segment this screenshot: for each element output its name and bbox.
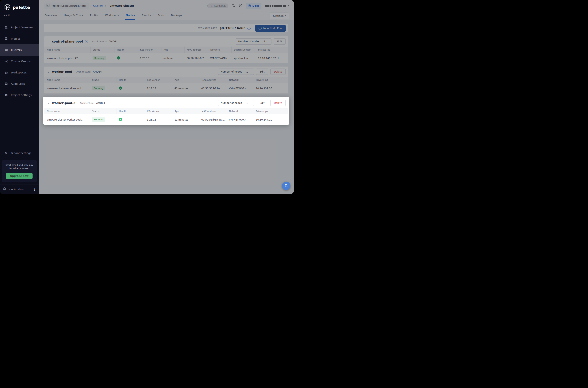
architecture-label: Architecture: xyxy=(80,102,94,104)
project-selector[interactable]: Project-ScaleSecureTutoria xyxy=(44,2,89,9)
table-header-row: Node Name Status Health K8s Version Age … xyxy=(44,108,288,114)
collapse-sidebar-icon[interactable]: ❮ xyxy=(33,188,36,191)
number-of-nodes-group: Number of nodes 1 xyxy=(218,69,254,75)
pool-name: worker-pool-2 xyxy=(52,101,75,105)
number-of-nodes-label: Number of nodes xyxy=(236,39,262,44)
breadcrumb-separator: / xyxy=(91,4,92,7)
status-cell: Running xyxy=(90,83,117,94)
column-header: Age xyxy=(172,108,199,114)
number-of-nodes-value[interactable]: 1 xyxy=(262,39,271,44)
sidebar-item-label: Cluster Groups xyxy=(11,60,30,63)
number-of-nodes-value[interactable]: 1 xyxy=(244,100,254,106)
estimated-rate-value: $0.3369 / hour xyxy=(219,26,245,30)
private-ips-cell: 10.10.147.10 xyxy=(254,115,282,124)
column-header: Health xyxy=(117,108,144,114)
column-header: Health xyxy=(115,47,138,53)
sidebar-item-label: Tenant Settings xyxy=(11,152,31,155)
tab-overview[interactable]: Overview xyxy=(44,12,57,20)
row-actions-kebab-icon[interactable]: ⋮ xyxy=(282,118,288,121)
compass-icon xyxy=(239,4,243,8)
pool-header: ⌄ worker-pool-2 Architecture: AMD64 Numb… xyxy=(44,98,288,108)
tab-usage-costs[interactable]: Usage & Costs xyxy=(64,12,83,20)
tab-workloads[interactable]: Workloads xyxy=(105,12,119,20)
sidebar: palette 4.4.20 Project Overview Profiles xyxy=(0,0,39,194)
private-ips-cell: 10.10.137.35 xyxy=(254,84,282,93)
health-check-icon xyxy=(119,87,122,90)
health-cell xyxy=(117,115,144,125)
column-header: Search Domain xyxy=(232,47,256,53)
upgrade-now-button[interactable]: Upgrade now xyxy=(6,173,33,179)
sidebar-item-audit-logs[interactable]: Audit Logs xyxy=(0,78,39,90)
usage-quota-badge[interactable]: 1.49/100kCh xyxy=(208,3,228,8)
sidebar-item-project-overview[interactable]: Project Overview xyxy=(0,22,39,33)
tab-backups[interactable]: Backups xyxy=(170,12,182,20)
architecture-value: AMD64 xyxy=(93,70,102,73)
sidebar-item-cluster-groups[interactable]: Cluster Groups xyxy=(0,56,39,67)
search-fab-button[interactable] xyxy=(282,182,290,190)
number-of-nodes-label: Number of nodes xyxy=(218,69,244,74)
health-cell xyxy=(117,83,144,94)
delete-pool-button[interactable]: Delete xyxy=(270,69,286,75)
row-actions-kebab-icon[interactable]: ⋮ xyxy=(282,56,288,60)
top-bar: Project-ScaleSecureTutoria / Clusters / … xyxy=(44,2,289,10)
status-badge: Running xyxy=(93,56,106,60)
network-cell: VM-NETWORK xyxy=(227,115,254,124)
column-header: K8s Version xyxy=(145,108,172,114)
edit-pool-button[interactable]: Edit xyxy=(274,38,286,45)
sidebar-item-profiles[interactable]: Profiles xyxy=(0,33,39,44)
chat-button[interactable] xyxy=(232,4,235,8)
pool-info-icon[interactable]: i xyxy=(85,40,88,43)
mac-address-cell: 00:50:56:b8:ca:7... xyxy=(199,115,227,124)
pool-actions: Number of nodes 1 Edit xyxy=(236,38,286,45)
tab-events[interactable]: Events xyxy=(141,12,151,20)
collapse-pool-icon[interactable]: ⌄ xyxy=(47,70,50,73)
health-check-icon xyxy=(119,119,122,122)
column-header: Age xyxy=(161,47,184,53)
sidebar-item-project-settings[interactable]: Project Settings xyxy=(0,90,39,101)
table-row: vmware-cluster-worker-pool... Running 1.… xyxy=(44,83,288,94)
delete-pool-button[interactable]: Delete xyxy=(270,100,286,106)
collapse-pool-icon[interactable]: ⌄ xyxy=(47,40,50,43)
age-cell: 41 minutes xyxy=(172,84,199,93)
docs-label: Docs xyxy=(252,4,259,7)
palette-logo-icon xyxy=(4,4,11,11)
edit-pool-button[interactable]: Edit xyxy=(256,100,268,106)
tab-nodes[interactable]: Nodes xyxy=(125,12,135,20)
breadcrumb-clusters-link[interactable]: Clusters xyxy=(93,4,103,7)
table-row: vmware-cluster-worker-pool... Running 1.… xyxy=(44,114,288,125)
explore-button[interactable] xyxy=(239,4,243,8)
k8s-version-cell: 1.28.13 xyxy=(145,115,172,124)
project-name: Project-ScaleSecureTutoria xyxy=(51,4,87,7)
user-menu[interactable]: ▾ xyxy=(265,4,289,7)
sidebar-item-workspaces[interactable]: Workspaces xyxy=(0,67,39,78)
settings-button[interactable]: Settings ▾ xyxy=(270,13,289,19)
info-icon[interactable]: i xyxy=(247,27,251,30)
new-node-pool-button[interactable]: + New Node Pool xyxy=(255,25,286,32)
search-domain-cell: spectroclou... xyxy=(232,54,256,63)
pool-actions: Number of nodes 1 Edit Delete xyxy=(218,69,286,75)
docs-button[interactable]: Docs xyxy=(246,3,261,9)
number-of-nodes-value[interactable]: 1 xyxy=(244,69,254,74)
sidebar-item-clusters[interactable]: Clusters xyxy=(0,44,39,56)
sidebar-item-label: Project Settings xyxy=(11,94,32,97)
sidebar-item-tenant-settings[interactable]: Tenant Settings xyxy=(0,147,39,159)
network-cell: VM-NETWORK xyxy=(208,54,232,63)
pool-name: control-plane-pool xyxy=(52,40,83,43)
estimated-rate-label: ESTIMATED RATE xyxy=(198,27,217,29)
audit-log-icon xyxy=(4,82,8,86)
tab-profile[interactable]: Profile xyxy=(90,12,98,20)
table-row: vmware-cluster-cp-kdz42 Running 1.28.13 … xyxy=(44,53,288,63)
edit-pool-button[interactable]: Edit xyxy=(256,69,268,75)
row-actions-kebab-icon[interactable]: ⋮ xyxy=(282,87,288,90)
redacted-username-block xyxy=(270,5,271,7)
column-header: Node Name xyxy=(44,108,90,114)
collapse-pool-icon[interactable]: ⌄ xyxy=(47,102,50,104)
estimated-rate-bar: ESTIMATED RATE $0.3369 / hour i + New No… xyxy=(44,24,288,32)
brand-name: palette xyxy=(13,5,30,10)
private-ips-cell: 10.10.146.182, 1... xyxy=(256,54,282,63)
redacted-username-block xyxy=(283,5,286,7)
settings-label: Settings xyxy=(273,14,283,17)
tab-scan[interactable]: Scan xyxy=(157,12,164,20)
mac-address-cell: 00:50:56:b8:be:... xyxy=(199,84,227,93)
chart-icon xyxy=(4,26,8,29)
